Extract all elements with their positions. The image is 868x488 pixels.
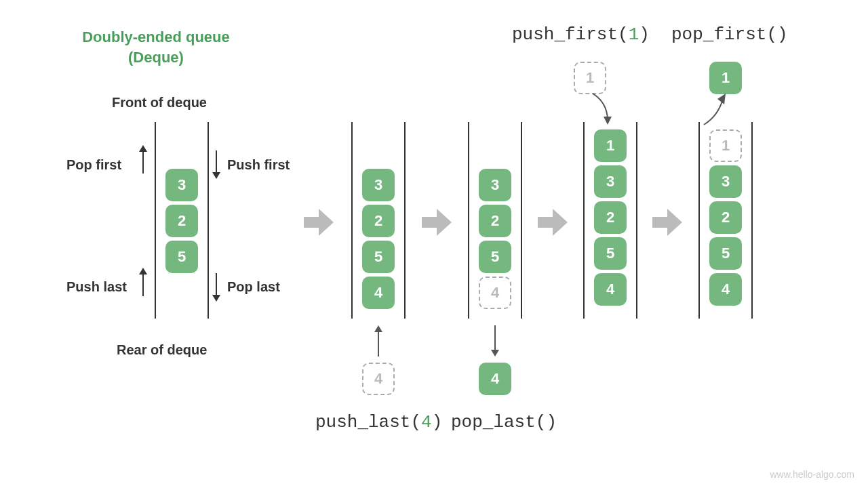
pop-first-label: Pop first	[66, 157, 121, 173]
deque-cell: 2	[594, 201, 627, 234]
op-arg: 1	[629, 24, 639, 45]
push-last-floating: 4	[362, 363, 395, 395]
arrow-up-icon	[142, 273, 144, 296]
step-arrow-icon	[422, 209, 452, 236]
deque-cell: 3	[479, 169, 511, 201]
deque-state-4: 1 3 2 5 4	[583, 122, 637, 319]
title-line2: (Deque)	[68, 47, 244, 68]
deque-cell: 5	[594, 237, 627, 270]
deque-state-5: 1 3 2 5 4	[698, 122, 753, 319]
pop-last-arrow-icon	[488, 324, 509, 361]
deque-cell: 5	[362, 241, 395, 273]
deque-cell: 2	[165, 205, 198, 237]
front-label: Front of deque	[112, 95, 207, 110]
deque-cell-ghost: 1	[709, 129, 742, 162]
op-push-first: push_first(1)	[512, 24, 650, 45]
pop-first-arrow-icon	[701, 92, 731, 127]
attribution: www.hello-algo.com	[770, 469, 855, 480]
deque-cell: 3	[709, 165, 742, 198]
deque-state-2: 3 2 5 4	[351, 122, 406, 319]
pop-first-floating: 1	[709, 62, 742, 94]
deque-cell: 4	[709, 273, 742, 306]
deque-cell: 4	[594, 273, 627, 306]
arrow-down-icon	[216, 273, 217, 296]
deque-cell: 1	[594, 129, 627, 162]
arrow-down-icon	[216, 150, 217, 174]
deque-cell: 3	[594, 165, 627, 198]
deque-cell: 5	[709, 237, 742, 270]
deque-cell: 5	[479, 241, 511, 273]
step-arrow-icon	[304, 209, 334, 236]
deque-cell-ghost: 4	[479, 277, 511, 309]
deque-cell: 2	[362, 205, 395, 237]
step-arrow-icon	[652, 209, 682, 236]
op-push-last: push_last(4)	[315, 412, 442, 432]
deque-cell: 2	[479, 205, 511, 237]
op-pop-first: pop_first()	[671, 24, 788, 45]
push-last-label: Push last	[66, 279, 127, 295]
op-pop-last: pop_last()	[451, 412, 557, 432]
deque-cell: 2	[709, 201, 742, 234]
diagram-title: Doubly-ended queue (Deque)	[68, 27, 244, 67]
op-name: pop_last	[451, 412, 536, 432]
arrow-up-icon	[142, 150, 144, 174]
pop-last-floating: 4	[479, 363, 511, 395]
push-first-arrow-icon	[590, 92, 617, 127]
deque-cell: 5	[165, 241, 198, 273]
op-name: push_first	[512, 24, 618, 45]
deque-state-3: 3 2 5 4	[468, 122, 522, 319]
push-last-arrow-icon	[372, 324, 392, 361]
push-first-label: Push first	[227, 157, 290, 173]
rear-label: Rear of deque	[117, 342, 207, 358]
push-first-floating: 1	[574, 62, 606, 94]
deque-cell: 3	[165, 169, 198, 201]
deque-cell: 4	[362, 277, 395, 309]
deque-state-1: 3 2 5	[155, 122, 209, 319]
op-name: pop_first	[671, 24, 766, 45]
op-arg: 4	[421, 412, 432, 432]
pop-last-label: Pop last	[227, 279, 280, 295]
step-arrow-icon	[538, 209, 568, 236]
title-line1: Doubly-ended queue	[68, 27, 244, 47]
op-name: push_last	[315, 412, 410, 432]
deque-cell: 3	[362, 169, 395, 201]
